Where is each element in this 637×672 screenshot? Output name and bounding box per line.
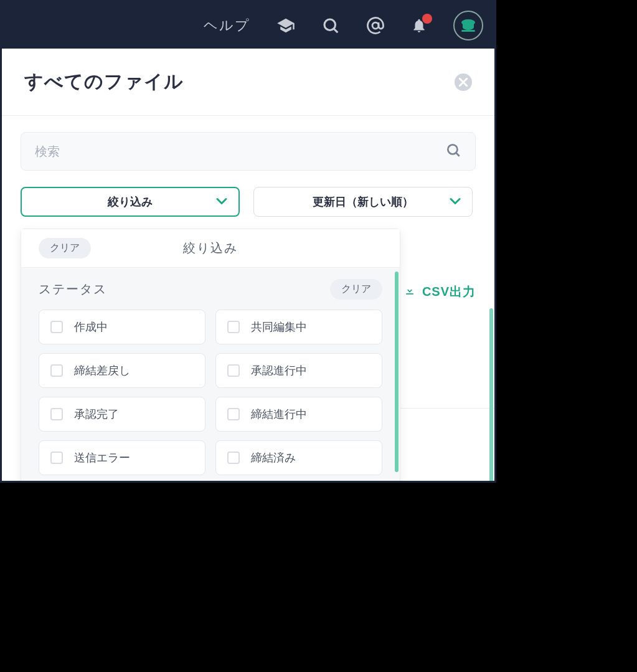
download-icon bbox=[403, 284, 416, 300]
filter-dropdown-label: 絞り込み bbox=[108, 194, 153, 209]
sort-dropdown[interactable]: 更新日（新しい順） bbox=[253, 187, 473, 217]
checkbox[interactable] bbox=[227, 408, 240, 420]
filter-panel-body: ステータス クリア 作成中 共同編集中 締結差戻し 承認進行中 bbox=[21, 268, 400, 483]
csv-export-button[interactable]: CSV出力 bbox=[403, 283, 476, 300]
status-section-header: ステータス クリア bbox=[39, 279, 382, 300]
filter-panel-title: 絞り込み bbox=[183, 240, 238, 257]
app-window: ヘルプ すべてのファイル bbox=[0, 0, 496, 483]
svg-rect-6 bbox=[461, 30, 475, 32]
svg-line-8 bbox=[456, 153, 460, 156]
status-option[interactable]: 締結進行中 bbox=[215, 397, 382, 432]
avatar[interactable] bbox=[453, 11, 483, 40]
status-option[interactable]: 承認完了 bbox=[39, 397, 205, 432]
panel-scrollbar[interactable] bbox=[395, 272, 399, 472]
content-area: 絞り込み 更新日（新しい順） bbox=[2, 116, 494, 217]
search-bar[interactable] bbox=[21, 132, 476, 171]
status-label: 送信エラー bbox=[74, 450, 130, 465]
status-section-title: ステータス bbox=[39, 281, 107, 298]
page-title: すべてのファイル bbox=[24, 69, 184, 95]
status-option[interactable]: 締結済み bbox=[215, 440, 382, 475]
checkbox[interactable] bbox=[227, 452, 240, 464]
notification-badge bbox=[422, 14, 432, 24]
checkbox[interactable] bbox=[50, 321, 63, 333]
svg-point-0 bbox=[324, 19, 336, 31]
filter-panel-header: クリア 絞り込み bbox=[21, 229, 400, 268]
chevron-down-icon bbox=[216, 196, 227, 209]
status-option[interactable]: 承認進行中 bbox=[215, 353, 382, 388]
page-header: すべてのファイル bbox=[2, 49, 494, 116]
checkbox[interactable] bbox=[227, 321, 240, 333]
clear-all-button[interactable]: クリア bbox=[39, 238, 91, 258]
checkbox[interactable] bbox=[227, 364, 240, 377]
topbar: ヘルプ bbox=[2, 2, 494, 49]
mention-icon[interactable] bbox=[366, 16, 385, 35]
help-link[interactable]: ヘルプ bbox=[204, 16, 250, 35]
status-grid: 作成中 共同編集中 締結差戻し 承認進行中 承認完了 bbox=[39, 310, 382, 475]
bell-icon[interactable] bbox=[411, 17, 427, 34]
status-label: 締結済み bbox=[251, 450, 296, 465]
svg-point-5 bbox=[463, 25, 474, 30]
csv-export-label: CSV出力 bbox=[422, 283, 476, 300]
close-button[interactable] bbox=[455, 73, 472, 91]
svg-point-2 bbox=[372, 22, 379, 29]
status-label: 作成中 bbox=[74, 319, 108, 334]
status-clear-button[interactable]: クリア bbox=[330, 279, 382, 300]
search-input[interactable] bbox=[35, 144, 445, 159]
sort-dropdown-label: 更新日（新しい順） bbox=[313, 194, 413, 209]
close-icon bbox=[459, 78, 468, 87]
status-option[interactable]: 締結差戻し bbox=[39, 353, 205, 388]
filter-panel: クリア 絞り込み ステータス クリア 作成中 共同編集中 締結差 bbox=[21, 229, 400, 483]
status-label: 締結差戻し bbox=[74, 363, 130, 378]
status-label: 締結進行中 bbox=[251, 407, 307, 422]
search-icon[interactable] bbox=[445, 142, 461, 161]
checkbox[interactable] bbox=[50, 408, 63, 420]
status-label: 共同編集中 bbox=[251, 319, 307, 334]
status-label: 承認進行中 bbox=[251, 363, 307, 378]
search-icon[interactable] bbox=[321, 16, 340, 35]
filter-dropdown[interactable]: 絞り込み bbox=[21, 187, 240, 217]
svg-line-1 bbox=[334, 29, 337, 32]
status-option[interactable]: 作成中 bbox=[39, 310, 205, 344]
status-option[interactable]: 共同編集中 bbox=[215, 310, 382, 344]
svg-point-7 bbox=[448, 144, 457, 154]
status-label: 承認完了 bbox=[74, 407, 119, 422]
status-option[interactable]: 送信エラー bbox=[39, 440, 205, 475]
page-scrollbar[interactable] bbox=[489, 308, 493, 483]
filter-row: 絞り込み 更新日（新しい順） bbox=[21, 187, 476, 217]
academy-icon[interactable] bbox=[276, 16, 295, 35]
checkbox[interactable] bbox=[50, 452, 63, 464]
checkbox[interactable] bbox=[50, 364, 63, 377]
chevron-down-icon bbox=[450, 196, 461, 209]
